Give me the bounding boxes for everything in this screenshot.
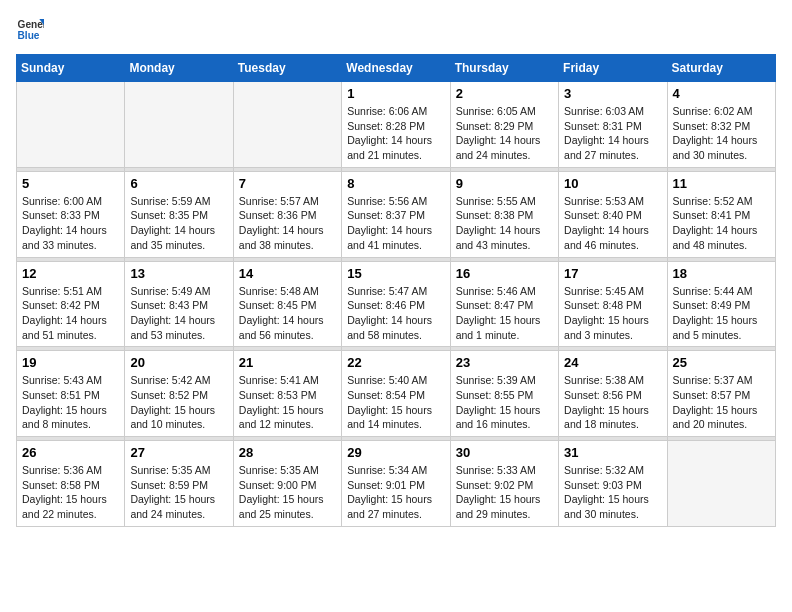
day-number: 7 [239,176,336,191]
calendar-cell: 9Sunrise: 5:55 AM Sunset: 8:38 PM Daylig… [450,171,558,257]
calendar-cell: 7Sunrise: 5:57 AM Sunset: 8:36 PM Daylig… [233,171,341,257]
day-info: Sunrise: 6:03 AM Sunset: 8:31 PM Dayligh… [564,104,661,163]
calendar-cell: 15Sunrise: 5:47 AM Sunset: 8:46 PM Dayli… [342,261,450,347]
day-info: Sunrise: 5:38 AM Sunset: 8:56 PM Dayligh… [564,373,661,432]
day-info: Sunrise: 5:51 AM Sunset: 8:42 PM Dayligh… [22,284,119,343]
weekday-header-tuesday: Tuesday [233,55,341,82]
day-info: Sunrise: 5:52 AM Sunset: 8:41 PM Dayligh… [673,194,770,253]
calendar-cell: 21Sunrise: 5:41 AM Sunset: 8:53 PM Dayli… [233,351,341,437]
calendar-cell: 11Sunrise: 5:52 AM Sunset: 8:41 PM Dayli… [667,171,775,257]
day-number: 10 [564,176,661,191]
day-info: Sunrise: 5:46 AM Sunset: 8:47 PM Dayligh… [456,284,553,343]
calendar-cell [125,82,233,168]
day-number: 17 [564,266,661,281]
calendar-cell [233,82,341,168]
day-number: 28 [239,445,336,460]
day-number: 16 [456,266,553,281]
day-number: 19 [22,355,119,370]
day-info: Sunrise: 5:37 AM Sunset: 8:57 PM Dayligh… [673,373,770,432]
day-number: 22 [347,355,444,370]
day-number: 14 [239,266,336,281]
day-number: 20 [130,355,227,370]
weekday-header-row: SundayMondayTuesdayWednesdayThursdayFrid… [17,55,776,82]
day-info: Sunrise: 5:59 AM Sunset: 8:35 PM Dayligh… [130,194,227,253]
calendar-cell: 27Sunrise: 5:35 AM Sunset: 8:59 PM Dayli… [125,441,233,527]
day-info: Sunrise: 5:39 AM Sunset: 8:55 PM Dayligh… [456,373,553,432]
calendar-cell: 1Sunrise: 6:06 AM Sunset: 8:28 PM Daylig… [342,82,450,168]
weekday-header-monday: Monday [125,55,233,82]
weekday-header-friday: Friday [559,55,667,82]
svg-text:Blue: Blue [18,30,40,41]
calendar-cell: 31Sunrise: 5:32 AM Sunset: 9:03 PM Dayli… [559,441,667,527]
calendar-cell [667,441,775,527]
weekday-header-sunday: Sunday [17,55,125,82]
day-info: Sunrise: 5:49 AM Sunset: 8:43 PM Dayligh… [130,284,227,343]
day-info: Sunrise: 6:02 AM Sunset: 8:32 PM Dayligh… [673,104,770,163]
day-number: 8 [347,176,444,191]
calendar-cell: 28Sunrise: 5:35 AM Sunset: 9:00 PM Dayli… [233,441,341,527]
calendar-cell: 25Sunrise: 5:37 AM Sunset: 8:57 PM Dayli… [667,351,775,437]
day-number: 13 [130,266,227,281]
calendar-cell: 10Sunrise: 5:53 AM Sunset: 8:40 PM Dayli… [559,171,667,257]
day-info: Sunrise: 5:33 AM Sunset: 9:02 PM Dayligh… [456,463,553,522]
calendar-cell: 8Sunrise: 5:56 AM Sunset: 8:37 PM Daylig… [342,171,450,257]
day-info: Sunrise: 5:43 AM Sunset: 8:51 PM Dayligh… [22,373,119,432]
day-info: Sunrise: 5:55 AM Sunset: 8:38 PM Dayligh… [456,194,553,253]
week-row-2: 5Sunrise: 6:00 AM Sunset: 8:33 PM Daylig… [17,171,776,257]
day-info: Sunrise: 5:53 AM Sunset: 8:40 PM Dayligh… [564,194,661,253]
day-number: 25 [673,355,770,370]
weekday-header-thursday: Thursday [450,55,558,82]
weekday-header-saturday: Saturday [667,55,775,82]
day-number: 23 [456,355,553,370]
week-row-3: 12Sunrise: 5:51 AM Sunset: 8:42 PM Dayli… [17,261,776,347]
day-info: Sunrise: 5:47 AM Sunset: 8:46 PM Dayligh… [347,284,444,343]
svg-text:General: General [18,19,44,30]
calendar-cell: 23Sunrise: 5:39 AM Sunset: 8:55 PM Dayli… [450,351,558,437]
day-number: 12 [22,266,119,281]
day-info: Sunrise: 5:45 AM Sunset: 8:48 PM Dayligh… [564,284,661,343]
day-number: 1 [347,86,444,101]
day-number: 4 [673,86,770,101]
day-info: Sunrise: 5:36 AM Sunset: 8:58 PM Dayligh… [22,463,119,522]
day-info: Sunrise: 5:35 AM Sunset: 9:00 PM Dayligh… [239,463,336,522]
calendar-cell: 6Sunrise: 5:59 AM Sunset: 8:35 PM Daylig… [125,171,233,257]
calendar-cell: 5Sunrise: 6:00 AM Sunset: 8:33 PM Daylig… [17,171,125,257]
calendar-cell: 4Sunrise: 6:02 AM Sunset: 8:32 PM Daylig… [667,82,775,168]
weekday-header-wednesday: Wednesday [342,55,450,82]
calendar-cell: 26Sunrise: 5:36 AM Sunset: 8:58 PM Dayli… [17,441,125,527]
day-info: Sunrise: 5:56 AM Sunset: 8:37 PM Dayligh… [347,194,444,253]
page-header: General Blue [16,16,776,44]
day-number: 24 [564,355,661,370]
day-info: Sunrise: 6:06 AM Sunset: 8:28 PM Dayligh… [347,104,444,163]
calendar-cell: 20Sunrise: 5:42 AM Sunset: 8:52 PM Dayli… [125,351,233,437]
calendar-cell: 13Sunrise: 5:49 AM Sunset: 8:43 PM Dayli… [125,261,233,347]
day-info: Sunrise: 5:32 AM Sunset: 9:03 PM Dayligh… [564,463,661,522]
day-number: 9 [456,176,553,191]
day-info: Sunrise: 5:57 AM Sunset: 8:36 PM Dayligh… [239,194,336,253]
calendar-cell: 30Sunrise: 5:33 AM Sunset: 9:02 PM Dayli… [450,441,558,527]
week-row-5: 26Sunrise: 5:36 AM Sunset: 8:58 PM Dayli… [17,441,776,527]
day-number: 18 [673,266,770,281]
day-number: 21 [239,355,336,370]
day-number: 2 [456,86,553,101]
calendar-cell: 16Sunrise: 5:46 AM Sunset: 8:47 PM Dayli… [450,261,558,347]
calendar-cell: 2Sunrise: 6:05 AM Sunset: 8:29 PM Daylig… [450,82,558,168]
calendar-cell: 29Sunrise: 5:34 AM Sunset: 9:01 PM Dayli… [342,441,450,527]
day-number: 15 [347,266,444,281]
calendar-cell: 3Sunrise: 6:03 AM Sunset: 8:31 PM Daylig… [559,82,667,168]
day-info: Sunrise: 5:41 AM Sunset: 8:53 PM Dayligh… [239,373,336,432]
day-info: Sunrise: 5:42 AM Sunset: 8:52 PM Dayligh… [130,373,227,432]
day-number: 27 [130,445,227,460]
calendar: SundayMondayTuesdayWednesdayThursdayFrid… [16,54,776,527]
day-number: 29 [347,445,444,460]
calendar-cell: 17Sunrise: 5:45 AM Sunset: 8:48 PM Dayli… [559,261,667,347]
day-info: Sunrise: 5:34 AM Sunset: 9:01 PM Dayligh… [347,463,444,522]
day-number: 31 [564,445,661,460]
calendar-cell: 19Sunrise: 5:43 AM Sunset: 8:51 PM Dayli… [17,351,125,437]
calendar-cell: 18Sunrise: 5:44 AM Sunset: 8:49 PM Dayli… [667,261,775,347]
day-info: Sunrise: 5:35 AM Sunset: 8:59 PM Dayligh… [130,463,227,522]
day-number: 5 [22,176,119,191]
week-row-4: 19Sunrise: 5:43 AM Sunset: 8:51 PM Dayli… [17,351,776,437]
calendar-cell: 22Sunrise: 5:40 AM Sunset: 8:54 PM Dayli… [342,351,450,437]
day-info: Sunrise: 5:44 AM Sunset: 8:49 PM Dayligh… [673,284,770,343]
